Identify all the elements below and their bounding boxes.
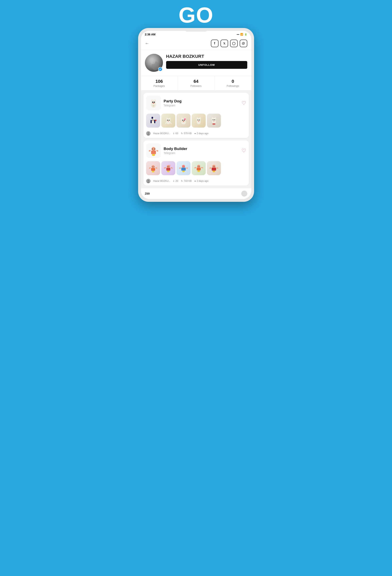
svg-point-16: [153, 120, 154, 121]
party-dog-like-button[interactable]: ♡: [242, 100, 246, 106]
party-dog-downloads: ⇓ 63: [173, 132, 178, 135]
body-builder-sticker-4[interactable]: [192, 161, 206, 175]
svg-rect-77: [164, 167, 166, 169]
status-time: 2:36 AM: [145, 33, 156, 36]
svg-rect-70: [155, 167, 157, 169]
party-dog-author: Hazar BOZKU..: [153, 132, 170, 135]
svg-point-41: [197, 120, 198, 120]
party-dog-sticker-3[interactable]: [176, 114, 191, 128]
body-builder-sticker-3[interactable]: [176, 161, 191, 175]
social-icons-row: f 𝕏 ◯ @: [211, 40, 247, 47]
phone-screen: 2:36 AM ▪▪▪ 📶 🔋 ← f 𝕏 ◯ @: [141, 31, 251, 199]
body-builder-downloads: ⇓ 20: [173, 180, 178, 182]
svg-rect-95: [194, 167, 196, 168]
svg-point-65: [154, 151, 156, 153]
svg-line-27: [165, 122, 167, 124]
app-header: ← f 𝕏 ◯ @: [141, 37, 251, 50]
svg-point-2: [150, 58, 155, 64]
device-label: Z69: [145, 192, 150, 195]
party-dog-footer: Hazar BOZKU.. ⇓ 63 ↻ 579 KB ● 2 days ago: [143, 130, 249, 138]
avatar-wrap: [145, 54, 163, 72]
body-builder-header: Body Builder Telegram ♡: [143, 140, 249, 160]
clock-icon: ●: [195, 132, 196, 135]
svg-point-7: [152, 102, 153, 103]
status-icons: ▪▪▪ 📶 🔋: [237, 33, 247, 36]
svg-point-109: [147, 182, 149, 183]
party-dog-card: Party Dog Telegram ♡: [143, 93, 249, 138]
party-dog-sticker-1[interactable]: [146, 114, 160, 128]
party-dog-sticker-2[interactable]: [161, 114, 175, 128]
body-builder-footer: Hazar BOZKU.. ⇓ 20 ↻ 743 KB ● 2 days ago: [143, 177, 249, 186]
at-icon[interactable]: @: [240, 40, 247, 47]
svg-point-54: [147, 132, 149, 134]
phone-notch: [184, 28, 208, 31]
svg-point-68: [152, 171, 155, 173]
home-indicator[interactable]: [241, 191, 247, 197]
party-dog-name: Party Dog: [164, 99, 239, 103]
svg-point-51: [213, 121, 215, 121]
party-dog-header: Party Dog Telegram ♡: [143, 93, 249, 113]
wifi-icon: 📶: [240, 33, 243, 36]
svg-point-82: [169, 165, 170, 166]
svg-point-14: [152, 120, 153, 120]
instagram-icon[interactable]: ◯: [230, 40, 238, 47]
body-builder-time: ● 2 days ago: [195, 180, 208, 182]
twitter-icon[interactable]: 𝕏: [221, 40, 228, 47]
body-builder-platform: Telegram: [164, 151, 239, 155]
svg-rect-103: [216, 167, 218, 169]
party-dog-sticker-4[interactable]: [192, 114, 206, 128]
svg-point-64: [152, 151, 153, 153]
svg-rect-100: [212, 168, 216, 171]
svg-rect-78: [170, 167, 173, 169]
unfollow-button[interactable]: UNFOLLOW: [166, 61, 247, 69]
body-builder-author: Hazar BOZKU..: [153, 180, 170, 182]
svg-point-92: [197, 165, 200, 168]
svg-point-40: [199, 117, 201, 120]
svg-point-94: [197, 171, 200, 172]
svg-point-25: [168, 120, 169, 121]
profile-section: HAZAR BOZKURT UNFOLLOW: [141, 50, 251, 76]
svg-point-23: [169, 117, 170, 120]
svg-point-106: [213, 167, 215, 168]
svg-line-28: [170, 122, 171, 124]
svg-rect-86: [179, 168, 181, 169]
party-dog-sticker-5[interactable]: [207, 114, 221, 128]
signal-icon: ▪▪▪: [237, 33, 239, 36]
followers-label: Followers: [179, 85, 213, 87]
svg-point-81: [168, 167, 169, 168]
svg-point-101: [213, 171, 215, 172]
facebook-icon[interactable]: f: [211, 40, 219, 47]
body-builder-sticker-5[interactable]: [207, 161, 221, 175]
svg-point-63: [153, 150, 154, 151]
packages-stat: 106 Packages: [141, 76, 178, 90]
svg-point-72: [154, 167, 154, 167]
followers-count: 64: [179, 79, 213, 84]
followers-stat: 64 Followers: [178, 76, 215, 90]
body-builder-title-area: Body Builder Telegram: [164, 146, 239, 155]
svg-point-52: [212, 123, 216, 125]
packages-scroll-area: Party Dog Telegram ♡: [141, 90, 251, 188]
party-dog-size: ↻ 579 KB: [181, 132, 192, 135]
svg-point-36: [184, 118, 186, 120]
svg-point-58: [152, 154, 155, 156]
back-button[interactable]: ←: [145, 41, 149, 46]
svg-point-98: [199, 166, 199, 167]
body-builder-author-avatar: [146, 179, 150, 183]
body-builder-icon: [146, 143, 161, 158]
svg-point-47: [212, 117, 213, 120]
body-builder-like-button[interactable]: ♡: [242, 148, 246, 154]
svg-point-35: [183, 121, 184, 122]
svg-point-39: [196, 117, 198, 120]
svg-rect-102: [209, 167, 211, 169]
body-builder-sticker-1[interactable]: [146, 161, 160, 175]
body-builder-sticker-2[interactable]: [161, 161, 175, 175]
svg-rect-69: [149, 167, 151, 169]
svg-point-9: [153, 103, 155, 104]
party-dog-icon: [146, 96, 161, 110]
svg-point-71: [152, 167, 153, 167]
svg-point-22: [166, 117, 168, 120]
svg-point-62: [154, 149, 155, 149]
svg-point-24: [167, 120, 168, 121]
download-icon-2: ⇓: [173, 180, 175, 182]
svg-point-43: [198, 121, 199, 122]
